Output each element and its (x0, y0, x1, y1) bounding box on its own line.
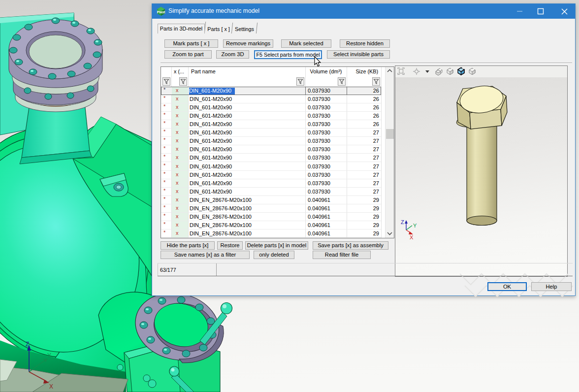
svg-text:X: X (49, 383, 53, 390)
svg-text:Z: Z (26, 341, 29, 348)
svg-text:Z: Z (401, 219, 404, 225)
svg-text:Y: Y (413, 223, 417, 229)
svg-text:Plast: Plast (157, 10, 165, 14)
svg-text:Y: Y (47, 352, 51, 359)
svg-text:X: X (410, 234, 414, 240)
